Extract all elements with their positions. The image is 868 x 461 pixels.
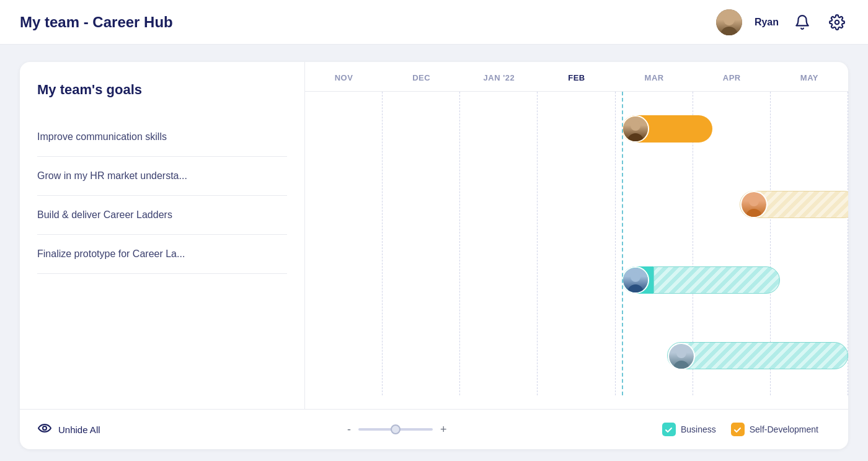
month-nov: NOV (305, 62, 383, 91)
bar-build-hatch (653, 266, 780, 294)
notifications-icon[interactable] (791, 11, 813, 33)
gantt-row-3 (305, 243, 848, 318)
legend-business-check[interactable] (662, 423, 676, 436)
app-header: My team - Career Hub Ryan (0, 0, 868, 45)
goals-card: My team's goals Improve communication sk… (20, 62, 848, 449)
avatar-bar-3 (622, 266, 649, 294)
goal-item-1[interactable]: Improve communication skills (37, 118, 287, 157)
bar-grow-hr[interactable] (740, 191, 848, 218)
legend-selfdev-label: Self-Development (750, 424, 818, 434)
legend-business-label: Business (681, 424, 716, 434)
gantt-grid (305, 92, 848, 395)
current-time-line (622, 92, 623, 395)
footer-left: Unhide All (37, 421, 322, 438)
unhide-all-label[interactable]: Unhide All (58, 424, 100, 435)
main-content: My team's goals Improve communication sk… (0, 45, 868, 461)
avatar-inner-1 (623, 116, 648, 141)
gantt-panel: NOV DEC JAN '22 FEB MAR APR (305, 62, 848, 409)
legend-selfdev-check[interactable] (731, 423, 745, 436)
footer-right: - + Business (322, 423, 831, 436)
settings-icon[interactable] (826, 11, 848, 33)
zoom-slider-track[interactable] (358, 428, 433, 431)
gantt-row-4 (305, 318, 848, 394)
month-header-row: NOV DEC JAN '22 FEB MAR APR (305, 62, 848, 92)
svg-point-0 (835, 20, 839, 24)
avatar-inner-4 (669, 344, 694, 369)
gantt-bars-layer (305, 92, 848, 395)
card-footer: Unhide All - + (20, 409, 848, 449)
svg-point-1 (43, 426, 46, 430)
gantt-row-2 (305, 167, 848, 243)
zoom-in-button[interactable]: + (440, 423, 447, 436)
goal-item-4[interactable]: Finalize prototype for Career La... (37, 235, 287, 274)
zoom-slider-thumb[interactable] (391, 424, 401, 434)
goal-label-3: Build & deliver Career Ladders (37, 209, 172, 220)
avatar-inner-2 (742, 192, 766, 217)
zoom-out-button[interactable]: - (347, 423, 351, 436)
goal-label-2: Grow in my HR market understa... (37, 170, 187, 181)
goal-item-2[interactable]: Grow in my HR market understa... (37, 157, 287, 196)
bar-finalize-hatch[interactable] (667, 342, 848, 369)
legend-self-dev: Self-Development (731, 423, 818, 436)
page-title: My team - Career Hub (20, 14, 173, 31)
goal-label-4: Finalize prototype for Career La... (37, 248, 185, 259)
zoom-slider-area: - + (347, 423, 447, 436)
avatar-bar-2 (740, 191, 768, 218)
goals-list-panel: My team's goals Improve communication sk… (20, 62, 305, 409)
goal-label-1: Improve communication skills (37, 131, 167, 142)
bar-build-solid[interactable] (622, 266, 653, 294)
user-name: Ryan (755, 17, 779, 28)
legend-area: Business Self-Development (662, 423, 818, 436)
month-dec: DEC (383, 62, 460, 91)
month-apr: APR (693, 62, 771, 91)
month-feb: FEB (538, 62, 615, 91)
avatar-inner-3 (623, 268, 648, 292)
unhide-all-icon[interactable] (37, 421, 52, 438)
avatar[interactable] (716, 9, 742, 35)
goals-panel-title: My team's goals (37, 82, 287, 98)
goal-item-3[interactable]: Build & deliver Career Ladders (37, 196, 287, 235)
bar-improve-comm[interactable] (622, 115, 712, 143)
month-may: MAY (771, 62, 848, 91)
month-jan: JAN '22 (460, 62, 538, 91)
month-mar: MAR (616, 62, 693, 91)
header-right: Ryan (716, 9, 848, 35)
avatar-bar-1 (622, 115, 649, 143)
gantt-row-1 (305, 92, 848, 167)
legend-business: Business (662, 423, 716, 436)
avatar-bar-4 (668, 343, 695, 370)
card-body: My team's goals Improve communication sk… (20, 62, 848, 409)
